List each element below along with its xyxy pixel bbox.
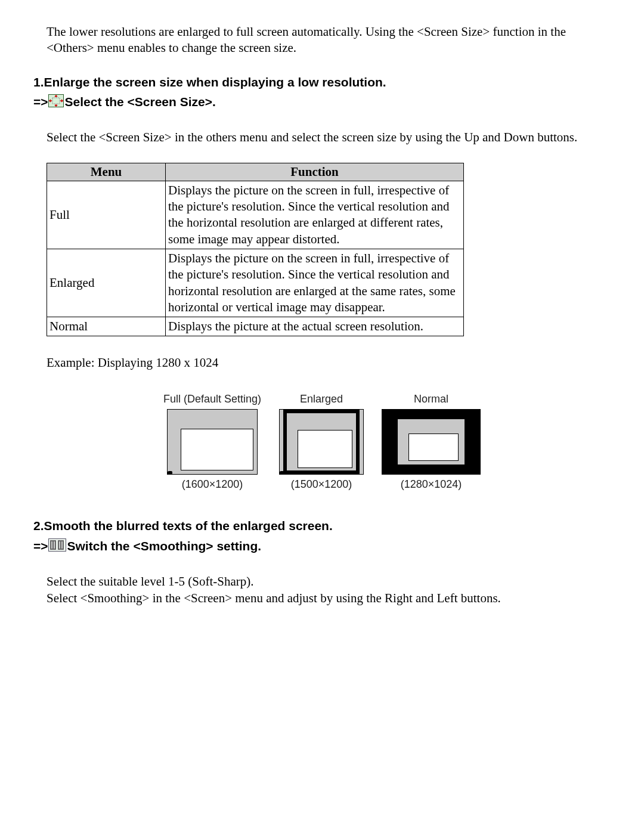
section-2-body: Select the suitable level 1-5 (Soft-Shar… [47,574,597,606]
diagram-full-title: Full (Default Setting) [163,393,261,405]
table-cell-function: Displays the picture on the screen in fu… [166,249,464,317]
section-1-subtitle: Select the <Screen Size>. [65,95,216,109]
arrow-symbol: => [33,539,48,553]
svg-rect-9 [54,541,55,549]
screen-size-table: Menu Function Full Displays the picture … [47,163,464,337]
table-row: Normal Displays the picture at the actua… [47,317,464,336]
section-2-heading: 2.Smooth the blurred texts of the enlarg… [33,516,597,557]
diagram-enlarged: Enlarged (1500×1200) [279,393,364,491]
example-label: Example: Displaying 1280 x 1024 [47,355,597,370]
section-2-title: 2.Smooth the blurred texts of the enlarg… [33,519,333,532]
table-cell-function: Displays the picture on the screen in fu… [166,181,464,249]
diagram-normal-title: Normal [414,393,448,405]
section-1-heading: 1.Enlarge the screen size when displayin… [33,72,597,113]
svg-rect-12 [61,541,63,549]
svg-rect-8 [51,541,52,549]
svg-rect-11 [59,541,60,549]
diagram-full-caption: (1600×1200) [182,478,243,491]
screen-illustration-enlarged [279,409,364,475]
svg-rect-7 [50,540,56,550]
diagram-normal: Normal (1280×1024) [382,393,481,491]
arrow-symbol: => [33,95,48,109]
section-2-subtitle: Switch the <Smoothing> setting. [67,539,262,553]
intro-text: The lower resolutions are enlarged to fu… [47,24,597,57]
diagram-enlarged-title: Enlarged [300,393,343,405]
smoothing-icon [48,537,66,558]
diagram-normal-caption: (1280×1024) [401,478,462,491]
table-cell-menu: Enlarged [47,249,166,317]
section-1-body: Select the <Screen Size> in the others m… [47,129,597,145]
table-cell-menu: Full [47,181,166,249]
screen-illustration-normal [382,409,481,475]
table-cell-function: Displays the picture at the actual scree… [166,317,464,336]
screen-illustration-full [167,409,258,475]
table-cell-menu: Normal [47,317,166,336]
table-row: Enlarged Displays the picture on the scr… [47,249,464,317]
diagram-full: Full (Default Setting) (1600×1200) [163,393,261,491]
table-header-menu: Menu [47,163,166,181]
svg-rect-10 [58,540,64,550]
section-1-title: 1.Enlarge the screen size when displayin… [33,75,386,89]
table-row: Full Displays the picture on the screen … [47,181,464,249]
diagram-row: Full (Default Setting) (1600×1200) Enlar… [47,393,597,491]
screen-size-icon [48,93,64,113]
table-header-function: Function [166,163,464,181]
section-2-body-line1: Select the suitable level 1-5 (Soft-Shar… [47,574,254,589]
diagram-enlarged-caption: (1500×1200) [291,478,352,491]
section-2-body-line2: Select <Smoothing> in the <Screen> menu … [47,591,501,605]
